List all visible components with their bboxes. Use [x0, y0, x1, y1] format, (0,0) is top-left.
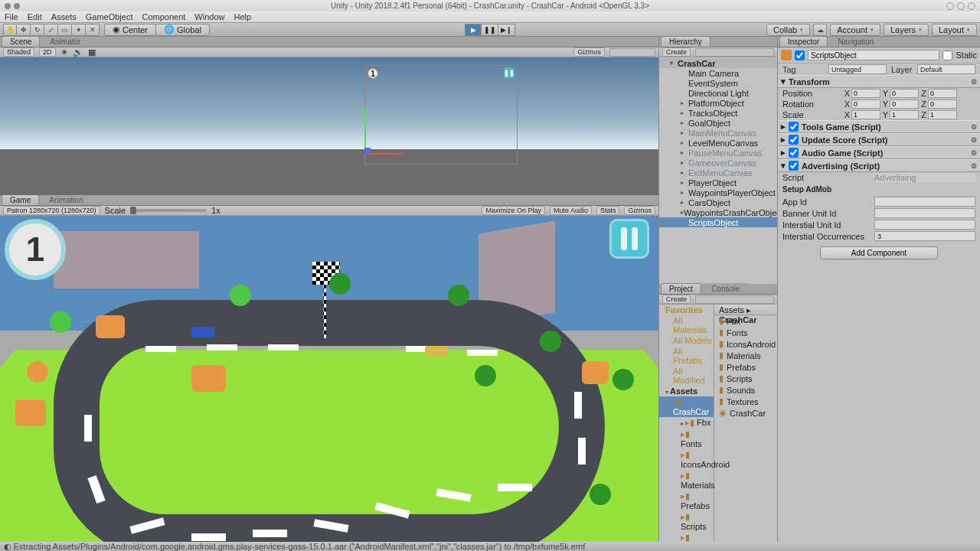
- move-tool[interactable]: ✥: [17, 24, 31, 36]
- close-button[interactable]: [5, 3, 11, 9]
- pos-x-input[interactable]: [851, 89, 880, 98]
- scale-x-input[interactable]: [851, 110, 880, 119]
- account-dropdown[interactable]: Account: [830, 24, 880, 36]
- hierarchy-item[interactable]: ▸MainMenuCanvas: [659, 128, 777, 138]
- rect-tool[interactable]: ▭: [58, 24, 72, 36]
- rotate-tool[interactable]: ↻: [31, 24, 44, 36]
- component-tools-game[interactable]: ▸Tools Game (Script)⚙: [778, 120, 980, 133]
- component-update-score[interactable]: ▸Update Score (Script)⚙: [778, 133, 980, 146]
- win-close-icon[interactable]: [968, 2, 975, 10]
- scale-tool[interactable]: ⤢: [44, 24, 58, 36]
- tab-animation[interactable]: Animation: [41, 194, 91, 205]
- pivot-center-toggle[interactable]: ◉Center: [104, 24, 156, 36]
- scene-gizmos-dropdown[interactable]: Gizmos: [573, 47, 605, 57]
- menu-gameobject[interactable]: GameObject: [86, 12, 133, 21]
- tag-dropdown[interactable]: Untagged: [828, 64, 887, 74]
- hierarchy-item[interactable]: ▸PlayerObject: [659, 178, 777, 187]
- project-tree-item[interactable]: ▸▮ Prefabs: [659, 491, 714, 511]
- static-checkbox[interactable]: [942, 51, 952, 60]
- gameobject-icon[interactable]: [781, 50, 792, 60]
- component-audio-game[interactable]: ▸Audio Game (Script)⚙: [778, 146, 980, 159]
- add-component-button[interactable]: Add Component: [820, 246, 938, 259]
- menu-window[interactable]: Window: [194, 12, 224, 21]
- hierarchy-item[interactable]: ▸CarsObject: [659, 197, 777, 207]
- hierarchy-item[interactable]: ▸TracksObject: [659, 108, 777, 118]
- rot-y-input[interactable]: [890, 99, 919, 109]
- project-folder-tree[interactable]: Favorites All Materials All Models All P…: [659, 305, 714, 542]
- interstitial-unit-id-input[interactable]: [874, 220, 975, 230]
- scene-audio-icon[interactable]: 🔊: [73, 47, 83, 57]
- project-list-item[interactable]: ▮IconsAndroid: [714, 338, 780, 350]
- menu-edit[interactable]: Edit: [28, 12, 42, 21]
- scene-light-icon[interactable]: ☀: [60, 47, 68, 57]
- project-breadcrumb[interactable]: Assets ▸ CrashCar: [714, 305, 780, 315]
- hierarchy-item[interactable]: ▸LevelMenuCanvas: [659, 138, 777, 148]
- collab-dropdown[interactable]: Collab: [766, 24, 810, 36]
- hierarchy-item[interactable]: EventSystem: [659, 78, 777, 88]
- tab-hierarchy[interactable]: Hierarchy: [661, 36, 710, 47]
- hierarchy-create-dropdown[interactable]: Create: [662, 47, 691, 57]
- hierarchy-scene-root[interactable]: ▾CrashCar: [659, 58, 777, 68]
- hierarchy-item[interactable]: ▸PauseMenuCanvas: [659, 148, 777, 158]
- project-search-input[interactable]: [695, 295, 774, 304]
- fav-all-materials[interactable]: All Materials: [659, 315, 714, 335]
- gear-icon[interactable]: ⚙: [971, 149, 977, 157]
- custom-tool[interactable]: ✕: [86, 24, 100, 36]
- gear-icon[interactable]: ⚙: [971, 162, 977, 170]
- minimize-button[interactable]: [14, 3, 20, 9]
- gear-icon[interactable]: ⚙: [971, 78, 977, 86]
- gear-icon[interactable]: ⚙: [971, 136, 977, 144]
- tab-animator[interactable]: Animator: [41, 36, 89, 47]
- scale-z-input[interactable]: [928, 110, 957, 119]
- game-view[interactable]: 1 ↖: [0, 216, 658, 542]
- tab-game[interactable]: Game: [2, 194, 39, 205]
- hierarchy-search-input[interactable]: [695, 48, 774, 57]
- menu-file[interactable]: File: [5, 12, 18, 21]
- project-list-item[interactable]: ▮Scripts: [714, 373, 780, 384]
- hierarchy-item[interactable]: ScriptsObject: [659, 217, 777, 227]
- hud-pause-button[interactable]: [609, 219, 649, 259]
- shading-dropdown[interactable]: Shaded: [3, 47, 34, 57]
- tab-scene[interactable]: Scene: [2, 36, 40, 47]
- rot-x-input[interactable]: [851, 99, 880, 109]
- project-list-item[interactable]: ▮Textures: [714, 396, 780, 407]
- maximize-toggle[interactable]: Maximize On Play: [482, 206, 545, 215]
- pivot-global-toggle[interactable]: 🌐Global: [155, 24, 210, 36]
- play-button[interactable]: ▶: [465, 24, 482, 36]
- win-minimize-icon[interactable]: [946, 2, 954, 10]
- interstitial-occurrences-input[interactable]: [874, 231, 975, 241]
- fav-all-modified[interactable]: All Modified: [659, 366, 714, 386]
- game-gizmos-dropdown[interactable]: Gizmos: [624, 206, 655, 215]
- project-list-item[interactable]: ▮Prefabs: [714, 361, 780, 373]
- project-file-list[interactable]: Assets ▸ CrashCar ▮Fbx▮Fonts▮IconsAndroi…: [714, 305, 780, 542]
- gear-icon[interactable]: ⚙: [971, 123, 977, 131]
- project-tree-item[interactable]: ▸▮ IconsAndroid: [659, 449, 714, 470]
- tab-inspector[interactable]: Inspector: [779, 36, 828, 47]
- banner-unit-id-input[interactable]: [874, 208, 975, 218]
- favorites-root[interactable]: Favorites: [659, 305, 714, 315]
- hierarchy-item[interactable]: ▸PlatformObject: [659, 98, 777, 108]
- transform-component-header[interactable]: ▾Transform⚙: [778, 75, 980, 88]
- hand-tool[interactable]: ✋: [3, 24, 17, 36]
- project-tree-item[interactable]: ▸▸▮ Fbx: [659, 417, 714, 429]
- menu-assets[interactable]: Assets: [51, 12, 77, 21]
- game-aspect-dropdown[interactable]: Patron 980x551 (980x551): [3, 206, 100, 215]
- hierarchy-item[interactable]: Main Camera: [659, 68, 777, 78]
- game-scale-slider[interactable]: [130, 209, 207, 212]
- project-tree-item[interactable]: ▸▮ Fonts: [659, 429, 714, 449]
- project-list-item[interactable]: ◉CrashCar: [714, 407, 780, 419]
- hierarchy-item[interactable]: ▸WaypointsCrashCarObject: [659, 207, 777, 217]
- hierarchy-item[interactable]: ▸WaypointsPlayerObject: [659, 187, 777, 197]
- scene-2d-toggle[interactable]: 2D: [39, 47, 56, 57]
- tab-project[interactable]: Project: [661, 283, 701, 294]
- pos-y-input[interactable]: [890, 89, 919, 98]
- project-tree-item[interactable]: ▸▮ CrashCar: [659, 396, 714, 417]
- scene-search-input[interactable]: [609, 48, 655, 57]
- scene-view[interactable]: 1 ❚❚: [0, 57, 658, 195]
- component-advertising[interactable]: ▾Advertising (Script)⚙: [778, 159, 980, 172]
- layout-dropdown[interactable]: Layout: [932, 24, 977, 36]
- tab-navigation[interactable]: Navigation: [829, 36, 882, 47]
- transform-tool[interactable]: ✦: [72, 24, 86, 36]
- cloud-button[interactable]: ☁: [813, 24, 827, 36]
- app-id-input[interactable]: [874, 197, 975, 207]
